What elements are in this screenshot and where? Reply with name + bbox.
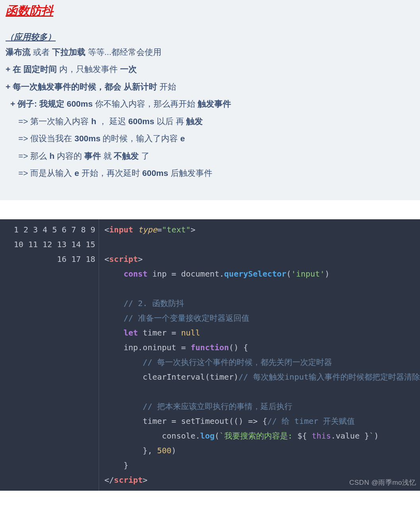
kw: 不触发 [114, 151, 139, 160]
null: null [181, 328, 200, 337]
num: 500 [157, 446, 171, 455]
kw: 触发事件 [198, 99, 231, 108]
indent [105, 269, 124, 279]
indent [105, 313, 124, 323]
func: querySelector [224, 269, 287, 279]
txt: 开始，再次延时 [79, 168, 142, 177]
line-numbers: 1 2 3 4 5 6 7 8 9 10 11 12 13 14 15 16 1… [0, 219, 99, 491]
txt: 等等...都经常会使用 [86, 47, 161, 57]
indent [105, 402, 143, 411]
kw: let [124, 328, 138, 337]
txt: 了 [139, 151, 150, 160]
punc: () { [229, 343, 248, 352]
punc: }, [105, 446, 157, 455]
comment: // 每一次执行这个事件的时候，都先关闭一次定时器 [143, 357, 332, 367]
prefix: + 在 [6, 64, 23, 74]
prefix: => 那么 [18, 151, 49, 160]
prefix: => 假设当我在 [18, 134, 74, 143]
punc: ) [325, 269, 329, 279]
tag: script [114, 475, 143, 485]
txt: 的时候，输入了内容 [101, 134, 181, 143]
var: console. [105, 431, 200, 441]
tag: input [109, 225, 133, 234]
punc: > [138, 254, 143, 264]
comment: // 每次触发input输入事件的时候都把定时器清除 [239, 372, 420, 382]
intro-line: 瀑布流 或者 下拉加载 等等...都经常会使用 [6, 46, 414, 59]
call: clearInterval(timer) [105, 372, 239, 382]
txt: 就 [101, 151, 114, 160]
punc: < [105, 225, 109, 234]
code-content: <input type="text"> <script> const inp =… [99, 219, 420, 491]
punc: < [105, 254, 109, 264]
tmpl: ` [369, 431, 374, 441]
prefix: => 第一次输入内容 [18, 117, 91, 126]
punc: </ [105, 475, 114, 485]
punc: > [143, 475, 148, 485]
txt: 内，只触发事件 [57, 64, 120, 74]
kw: 固定时间 [23, 64, 57, 74]
explanation-box: 函数防抖 （应用较多） 瀑布流 或者 下拉加载 等等...都经常会使用 + 在 … [0, 0, 420, 200]
punc: ${ [298, 431, 312, 441]
kw: 300ms [74, 134, 100, 143]
step: => 而是从输入 e 开始，再次延时 600ms 后触发事件 [6, 167, 414, 179]
bullet: + 在 固定时间 内，只触发事件 一次 [6, 63, 414, 76]
str: 'input' [291, 269, 325, 279]
kw: h [49, 151, 54, 160]
var: inp = document. [148, 269, 224, 279]
kw: h [91, 117, 96, 126]
step: => 假设当我在 300ms 的时候，输入了内容 e [6, 132, 414, 145]
call: timer = setTimeout(() => { [105, 416, 267, 426]
txt: ， 延迟 [96, 117, 128, 126]
str: "text" [162, 225, 191, 234]
punc: ( [214, 431, 219, 441]
sp [133, 225, 138, 234]
comment: // 给 timer 开关赋值 [267, 416, 355, 426]
kw: 一次 [120, 64, 137, 74]
punc: ) [171, 446, 176, 455]
tag: script [109, 254, 138, 264]
indent [105, 298, 124, 308]
attr: type [138, 225, 157, 234]
kw: 从新计时 [124, 82, 157, 91]
prefix: + 每一次触发事件的时候，都会 [6, 82, 124, 91]
kw: e [74, 168, 79, 177]
bullet: + 每一次触发事件的时候，都会 从新计时 开始 [6, 80, 414, 93]
txt: 你不输入内容，那么再开始 [93, 99, 198, 108]
step: => 那么 h 内容的 事件 就 不触发 了 [6, 150, 414, 162]
txt: 内容的 [54, 151, 84, 160]
txt: 或者 [31, 47, 52, 57]
subtitle: （应用较多） [6, 31, 414, 43]
code-block: 1 2 3 4 5 6 7 8 9 10 11 12 13 14 15 16 1… [0, 219, 420, 491]
indent [105, 328, 124, 337]
kw: const [124, 269, 148, 279]
punc: > [191, 225, 195, 234]
this: this [312, 431, 331, 441]
prefix: + 例子: 我规定 [10, 99, 67, 108]
step: => 第一次输入内容 h ， 延迟 600ms 以后 再 触发 [6, 115, 414, 128]
punc: = [157, 225, 162, 234]
comment: // 2. 函数防抖 [124, 298, 184, 308]
page-title: 函数防抖 [6, 0, 414, 31]
kw: 下拉加载 [52, 47, 86, 57]
prefix: => 而是从输入 [18, 168, 74, 177]
punc: ) [374, 431, 379, 441]
kw: function [191, 343, 229, 352]
txt: 后触发事件 [168, 168, 212, 177]
func: log [200, 431, 214, 441]
spacer [0, 200, 420, 219]
punc: } [105, 460, 128, 470]
punc: ( [286, 269, 291, 279]
kw: 瀑布流 [6, 47, 31, 57]
bullet-example: + 例子: 我规定 600ms 你不输入内容，那么再开始 触发事件 [6, 98, 414, 110]
txt: 以后 再 [154, 117, 187, 126]
indent [105, 357, 143, 367]
kw: 触发 [186, 117, 203, 126]
kw: 600ms [67, 99, 93, 108]
var: inp.oninput = [105, 343, 191, 352]
kw: e [180, 134, 185, 143]
txt: 开始 [157, 82, 176, 91]
var: timer = [138, 328, 181, 337]
punc: .value } [331, 431, 369, 441]
watermark: CSDN @雨季mo浅忆 [349, 476, 416, 489]
kw: 事件 [84, 151, 101, 160]
